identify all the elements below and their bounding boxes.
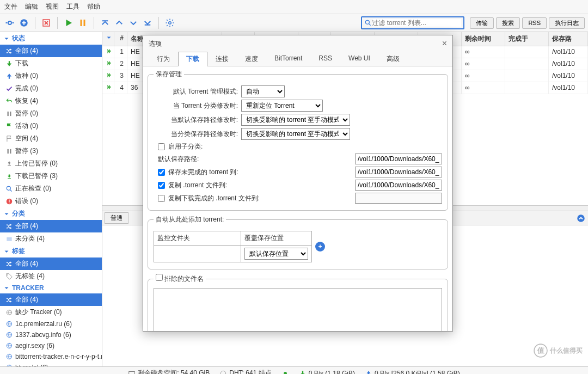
select-category-change[interactable]: 重新定位 Torrent: [241, 100, 323, 112]
input-copy-done[interactable]: [355, 193, 442, 204]
move-top-icon[interactable]: [99, 16, 112, 29]
sidebar-item-tracker-6[interactable]: bt.rer.lol (6): [0, 362, 102, 366]
add-torrent-icon[interactable]: [17, 16, 30, 29]
sidebar-item-status-5[interactable]: 暂停 (0): [0, 107, 102, 120]
sidebar-item-tracker-4[interactable]: aegir.sexy (6): [0, 340, 102, 351]
sidebar-item-category-1[interactable]: 未分类 (4): [0, 232, 102, 245]
sidebar-item-status-8[interactable]: 暂停 (3): [0, 145, 102, 157]
tab-search[interactable]: 搜索: [496, 17, 520, 29]
row-path: /vol1/10: [549, 46, 588, 58]
tab-rss[interactable]: RSS: [522, 17, 547, 29]
textarea-exclude[interactable]: [154, 288, 442, 331]
sidebar-item-status-4[interactable]: 恢复 (4): [0, 95, 102, 107]
row-status-icon: [102, 46, 114, 58]
select-override-location[interactable]: 默认保存位置: [244, 248, 308, 260]
select-mgmt-mode[interactable]: 自动: [241, 85, 285, 97]
sidebar-item-category-0[interactable]: 全部 (4): [0, 220, 102, 232]
dialog-titlebar[interactable]: 选项 ×: [143, 35, 452, 52]
dialog-tab-3[interactable]: 速度: [237, 52, 266, 66]
play-icon[interactable]: [62, 16, 75, 29]
input-incomplete-path[interactable]: [355, 167, 442, 177]
sidebar-item-tag-0[interactable]: 全部 (4): [0, 257, 102, 270]
menu-edit[interactable]: 编辑: [25, 2, 38, 11]
dialog-tab-0[interactable]: 行为: [149, 52, 178, 66]
sidebar-item-label: 下载: [15, 59, 28, 68]
dialog-tab-5[interactable]: RSS: [310, 52, 340, 66]
side-section-tag[interactable]: 标签: [0, 245, 102, 257]
sb-dl[interactable]: 0 B/s (1.18 GiB): [299, 370, 355, 375]
sidebar-item-status-10[interactable]: 下载已暂停 (3): [0, 170, 102, 182]
sidebar-item-status-11[interactable]: 正在检查 (0): [0, 182, 102, 195]
net-icon: [5, 331, 13, 339]
dialog-tab-6[interactable]: Web UI: [340, 52, 378, 66]
sidebar-item-tracker-1[interactable]: 缺少 Tracker (0): [0, 306, 102, 318]
settings-icon[interactable]: [163, 16, 176, 29]
tab-transfer[interactable]: 传输: [470, 17, 494, 29]
sidebar-item-status-3[interactable]: 完成 (0): [0, 82, 102, 95]
column-header[interactable]: 完成于: [505, 32, 549, 46]
select-default-path-change[interactable]: 切换受影响的 torrent 至手动模式: [241, 114, 350, 126]
side-section-status[interactable]: 状态: [0, 32, 102, 45]
checkbox-exclude[interactable]: [156, 274, 163, 281]
dialog-tab-2[interactable]: 连接: [207, 52, 237, 66]
dialog-tab-4[interactable]: BitTorrent: [266, 52, 310, 66]
add-link-icon[interactable]: [3, 16, 16, 29]
menu-tools[interactable]: 工具: [66, 2, 79, 11]
column-header[interactable]: 保存路: [549, 32, 588, 46]
sidebar-item-tracker-5[interactable]: bittorrent-tracker.e-n-c-r-y-p-t.net (6): [0, 351, 102, 362]
legend-save: 保存管理: [154, 70, 184, 79]
add-watch-folder-button[interactable]: +: [315, 242, 325, 252]
menu-view[interactable]: 视图: [46, 2, 59, 11]
sidebar-item-status-0[interactable]: 全部 (4): [0, 45, 102, 57]
side-section-category[interactable]: 分类: [0, 207, 102, 220]
input-copy-torrent[interactable]: [355, 180, 442, 191]
checkbox-copy-done[interactable]: [158, 195, 165, 202]
detail-collapse-icon[interactable]: [576, 213, 586, 223]
label-subcategory: 启用子分类:: [168, 142, 203, 151]
remove-icon[interactable]: [40, 16, 53, 29]
input-default-path[interactable]: [355, 154, 442, 164]
svg-point-16: [7, 274, 8, 275]
sidebar-item-status-9[interactable]: 上传已暂停 (0): [0, 157, 102, 170]
sidebar-item-status-12[interactable]: 错误 (0): [0, 195, 102, 207]
column-header[interactable]: #: [114, 32, 127, 46]
dialog-title: 选项: [149, 39, 162, 48]
checkbox-subcategory[interactable]: [158, 143, 165, 150]
sidebar-item-tracker-3[interactable]: 1337.abcvg.info (6): [0, 329, 102, 340]
move-down-icon[interactable]: [127, 16, 140, 29]
tab-log[interactable]: 执行日志: [549, 17, 585, 29]
row-path: /vol1/10: [549, 70, 588, 82]
checkbox-incomplete-path[interactable]: [158, 169, 165, 176]
dialog-tab-1[interactable]: 下载: [178, 52, 207, 66]
sb-conn-icon[interactable]: [281, 370, 289, 375]
detail-tab-general[interactable]: 普通: [105, 212, 128, 224]
move-up-icon[interactable]: [113, 16, 126, 29]
dialog-tab-7[interactable]: 高级: [378, 52, 408, 66]
side-section-tracker[interactable]: TRACKER: [0, 283, 102, 293]
sidebar-item-status-7[interactable]: 空闲 (4): [0, 132, 102, 145]
search-input[interactable]: [372, 19, 461, 27]
checkbox-copy-torrent[interactable]: [158, 182, 165, 189]
sb-ul[interactable]: 0 B/s [256.0 KiB/s] (1.58 GiB): [365, 370, 460, 375]
row-num: 4: [114, 82, 127, 94]
up-stop-icon: [5, 160, 13, 168]
close-icon[interactable]: ×: [442, 39, 447, 48]
move-bottom-icon[interactable]: [141, 16, 154, 29]
sidebar-item-status-2[interactable]: 做种 (0): [0, 70, 102, 82]
net-icon: [5, 364, 13, 366]
sidebar-item-tracker-0[interactable]: 全部 (4): [0, 293, 102, 306]
select-category-path-change[interactable]: 切换受影响的 torrent 至手动模式: [241, 128, 350, 140]
sidebar-item-label: 错误 (0): [15, 197, 38, 206]
column-header[interactable]: 剩余时间: [462, 32, 505, 46]
row-path: /vol1/10: [549, 82, 588, 94]
menu-help[interactable]: 帮助: [87, 2, 100, 11]
sidebar-item-tag-1[interactable]: 无标签 (4): [0, 270, 102, 283]
search-box[interactable]: [361, 16, 464, 29]
menu-file[interactable]: 文件: [4, 2, 17, 11]
input-watch-folder[interactable]: [157, 250, 237, 257]
sidebar-item-status-6[interactable]: 活动 (0): [0, 120, 102, 132]
column-header[interactable]: [102, 32, 114, 46]
pause-icon[interactable]: [76, 16, 89, 29]
sidebar-item-status-1[interactable]: 下载: [0, 57, 102, 70]
sidebar-item-tracker-2[interactable]: 1c.premierzal.ru (6): [0, 318, 102, 329]
